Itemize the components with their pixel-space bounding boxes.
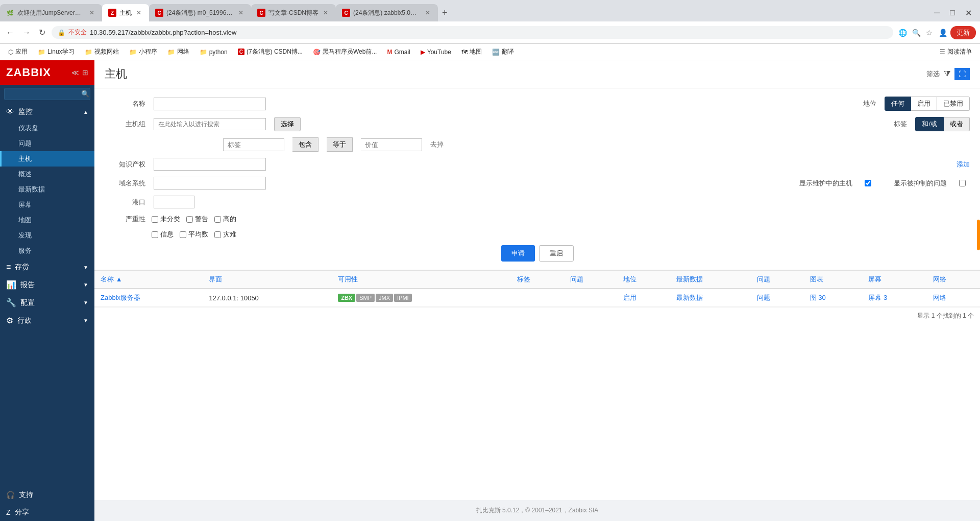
bookmark-csdn[interactable]: C (7条消息) CSDN博... [234, 46, 307, 57]
bookmark-youtube[interactable]: ▶ YouTube [416, 48, 455, 57]
hostgroup-input[interactable] [154, 118, 266, 130]
reset-button[interactable]: 重启 [539, 245, 574, 262]
hostgroup-select-btn[interactable]: 选择 [274, 117, 301, 131]
tab-close-4[interactable]: ✕ [322, 9, 330, 16]
sidebar-item-hosts[interactable]: 主机 [0, 151, 94, 167]
sidebar-item-map[interactable]: 地图 [0, 212, 94, 228]
tag-remove-btn[interactable]: 去掉 [430, 140, 444, 149]
apply-button[interactable]: 申请 [501, 245, 535, 262]
status-disabled-btn[interactable]: 已禁用 [937, 97, 970, 111]
tag-add-link[interactable]: 添加 [957, 160, 970, 169]
filter-row-hostgroup: 主机组 选择 标签 和/或 或者 [105, 117, 970, 131]
new-tab-button[interactable]: + [438, 8, 452, 18]
tag-name-input[interactable] [223, 138, 284, 151]
host-problems2-link[interactable]: 问题 [757, 294, 770, 301]
tab-close-3[interactable]: ✕ [237, 9, 245, 16]
filter-icon-button[interactable]: ⧩ [944, 69, 950, 79]
sidebar-item-problem[interactable]: 问题 [0, 136, 94, 151]
tag-contains-btn[interactable]: 包含 [292, 137, 318, 152]
sidebar-item-dashboard[interactable]: 仪表盘 [0, 121, 94, 136]
suppressed-checkbox[interactable] [959, 180, 966, 186]
forward-button[interactable]: → [20, 26, 33, 39]
fullscreen-button[interactable]: ⛶ [954, 68, 970, 80]
support-icon: 🎧 [6, 491, 15, 499]
sidebar-item-discover[interactable]: 发现 [0, 228, 94, 243]
tag-equals-btn[interactable]: 等于 [327, 137, 353, 152]
name-input[interactable] [154, 98, 266, 110]
host-status-link[interactable]: 启用 [623, 294, 636, 301]
severity-info-cb[interactable] [152, 231, 158, 238]
bookmark-maps[interactable]: 🗺 地图 [457, 46, 486, 57]
close-button[interactable]: ✕ [961, 6, 976, 20]
maximize-button[interactable]: □ [946, 6, 959, 19]
tags-or-btn[interactable]: 或者 [944, 117, 970, 131]
sidebar-item-overview[interactable]: 概述 [0, 167, 94, 182]
ip-input[interactable] [154, 158, 266, 171]
bookmark-icon[interactable]: ☆ [925, 28, 934, 38]
tab-zabbix-hosts[interactable]: Z 主机 ✕ [102, 4, 149, 21]
status-any-btn[interactable]: 任何 [885, 97, 911, 111]
sidebar-item-share[interactable]: Z 分享 [0, 504, 94, 521]
update-button[interactable]: 更新 [950, 26, 976, 39]
bookmark-network[interactable]: 📁 网络 [163, 46, 193, 57]
sidebar-group-config[interactable]: 🔧 配置 ▼ [0, 294, 94, 312]
minimize-button[interactable]: ─ [930, 6, 944, 19]
host-name-link[interactable]: Zabbix服务器 [101, 294, 140, 301]
tab-close-1[interactable]: ✕ [88, 9, 96, 16]
tab-csdn-write[interactable]: C 写文章-CSDN博客 ✕ [251, 4, 336, 21]
host-latest-link[interactable]: 最新数据 [676, 294, 703, 301]
sidebar-item-support[interactable]: 🎧 支持 [0, 486, 94, 504]
tab-close-2[interactable]: ✕ [135, 9, 143, 16]
sidebar-item-latest[interactable]: 最新数据 [0, 182, 94, 197]
severity-disaster-cb[interactable] [214, 231, 221, 238]
search-icon[interactable]: 🔍 [911, 28, 922, 38]
severity-unclassified-cb[interactable] [152, 216, 158, 223]
bookmark-python[interactable]: 📁 python [195, 48, 232, 57]
bookmark-readinglist-label: 阅读清单 [947, 48, 972, 56]
host-network-link[interactable]: 网络 [933, 294, 946, 301]
sidebar-group-admin[interactable]: ⚙ 行政 ▼ [0, 312, 94, 329]
bookmark-apps[interactable]: ⬡ 应用 [4, 46, 32, 57]
sidebar-group-report[interactable]: 📊 报告 ▼ [0, 276, 94, 294]
maintenance-checkbox[interactable] [865, 180, 871, 186]
sidebar-group-monitor[interactable]: 👁 监控 ▲ [0, 103, 94, 121]
translate-icon[interactable]: 🌐 [897, 28, 908, 38]
sidebar-item-service[interactable]: 服务 [0, 243, 94, 258]
dns-input[interactable] [154, 177, 266, 190]
bookmark-gmail[interactable]: M Gmail [383, 48, 414, 57]
bookmark-video[interactable]: 📁 视频网站 [81, 46, 123, 57]
severity-high-cb[interactable] [214, 216, 221, 223]
host-graph-link[interactable]: 图 30 [810, 294, 826, 301]
expand-icon[interactable]: ⊞ [82, 68, 88, 77]
bookmark-translate[interactable]: 🔤 翻译 [488, 46, 518, 57]
tag-value-input[interactable] [361, 138, 422, 151]
hostgroup-label: 主机组 [105, 120, 145, 129]
bookmark-heima[interactable]: 🎯 黑马程序员Web前... [309, 46, 381, 57]
tab-csdn2[interactable]: C (24条消息) zabbix5.0安装... ✕ [336, 4, 438, 21]
reload-button[interactable]: ↻ [37, 26, 47, 39]
bookmark-miniapp[interactable]: 📁 小程序 [125, 46, 161, 57]
gmail-icon: M [387, 49, 392, 56]
tab-favicon-5: C [342, 9, 350, 17]
port-input[interactable] [154, 196, 194, 208]
bookmark-readinglist[interactable]: ☰ 阅读清单 [936, 46, 976, 57]
status-enabled-btn[interactable]: 启用 [911, 97, 937, 111]
report-arrow-icon: ▼ [83, 282, 88, 288]
collapse-icon[interactable]: ≪ [71, 68, 79, 77]
severity-warning-cb[interactable] [186, 216, 193, 223]
bookmark-linux[interactable]: 📁 Linux学习 [34, 46, 79, 57]
host-screen-link[interactable]: 屏幕 3 [868, 294, 887, 301]
url-bar[interactable]: 🔒 不安全 10.30.59.217/zabbix/zabbix.php?act… [52, 26, 893, 39]
tab-csdn1[interactable]: C (24条消息) m0_51996619... ✕ [149, 4, 251, 21]
sidebar-group-inventory[interactable]: ≡ 存货 ▼ [0, 258, 94, 276]
tab-jumpserver[interactable]: 🌿 欢迎使用JumpServer开源... ✕ [0, 4, 102, 21]
severity-average-cb[interactable] [180, 231, 186, 238]
scroll-indicator[interactable] [977, 220, 980, 250]
col-name[interactable]: 名称 ▲ [94, 271, 203, 289]
back-button[interactable]: ← [4, 26, 16, 39]
sidebar-item-screen[interactable]: 屏幕 [0, 197, 94, 212]
sidebar-search-input[interactable] [4, 88, 90, 100]
profile-icon[interactable]: 👤 [938, 28, 948, 38]
tags-andor-btn[interactable]: 和/或 [915, 117, 944, 131]
tab-close-5[interactable]: ✕ [424, 9, 432, 16]
